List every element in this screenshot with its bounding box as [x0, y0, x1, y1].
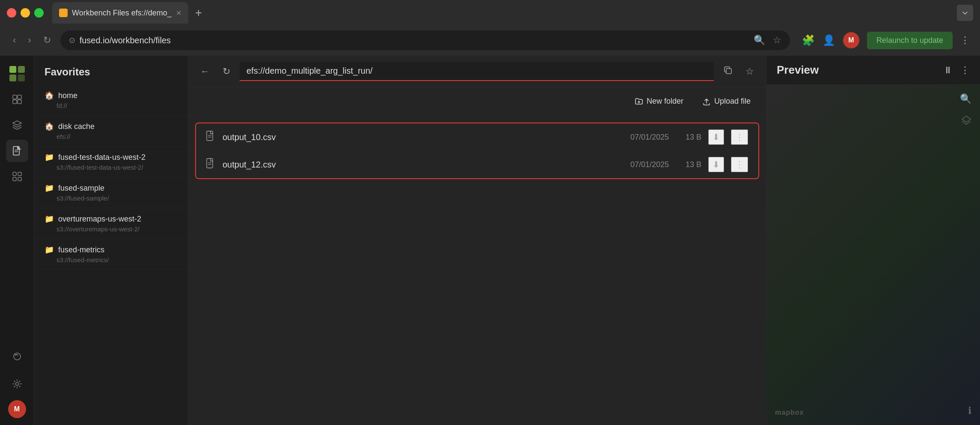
close-button[interactable]: [7, 8, 16, 18]
file-more-output12[interactable]: ⋮: [731, 157, 748, 172]
file-back-button[interactable]: ←: [197, 64, 213, 79]
browser-expand-button[interactable]: [957, 5, 973, 21]
icon-sidebar: M: [0, 56, 34, 425]
svg-rect-15: [18, 177, 21, 181]
svg-rect-13: [18, 172, 21, 176]
fav-name-sample: fused-sample: [58, 184, 104, 193]
svg-rect-8: [18, 100, 21, 104]
fav-path-sample: s3://fused-sample/: [45, 195, 178, 202]
sidebar-item-files[interactable]: [6, 140, 28, 162]
preview-body: 🔍 mapbox ℹ: [766, 85, 980, 425]
svg-rect-2: [18, 66, 25, 73]
upload-file-button[interactable]: Upload file: [697, 93, 756, 109]
maximize-button[interactable]: [34, 8, 44, 18]
address-text: fused.io/workbench/files: [80, 36, 749, 45]
upload-file-label: Upload file: [714, 97, 751, 106]
svg-rect-14: [13, 177, 16, 181]
preview-pause-button[interactable]: ⏸: [943, 65, 953, 76]
sidebar-item-stack[interactable]: [6, 114, 28, 136]
fav-name-metrics: fused-metrics: [58, 245, 104, 254]
fav-name-diskcache: disk cache: [58, 122, 95, 131]
file-list: output_10.csv 07/01/2025 13 B ⬇ ⋮: [188, 116, 766, 425]
preview-layers-icon[interactable]: [961, 115, 971, 128]
fav-item-sample[interactable]: 📁 fused-sample s3://fused-sample/: [34, 177, 188, 208]
file-row-output12[interactable]: output_12.csv 07/01/2025 13 B ⬇ ⋮: [196, 151, 758, 178]
svg-rect-5: [13, 95, 17, 99]
extensions-icon[interactable]: 🧩: [802, 34, 815, 46]
file-actions: New folder Upload file: [188, 87, 766, 116]
svg-rect-6: [18, 95, 21, 99]
file-download-output12[interactable]: ⬇: [708, 157, 724, 172]
svg-rect-1: [9, 66, 16, 73]
new-folder-label: New folder: [647, 97, 683, 106]
sidebar-item-grid[interactable]: [6, 165, 28, 188]
fav-path-home: fd://: [45, 102, 178, 109]
fav-name-home: home: [58, 91, 77, 100]
tab-close-button[interactable]: ✕: [176, 9, 181, 17]
browser-menu-button[interactable]: ⋮: [960, 35, 970, 46]
forward-button[interactable]: ›: [25, 32, 33, 48]
user-avatar[interactable]: M: [8, 400, 26, 418]
address-bar[interactable]: ⊙ fused.io/workbench/files 🔍 ☆: [60, 30, 790, 50]
profile-avatar[interactable]: M: [843, 32, 859, 48]
new-folder-button[interactable]: New folder: [630, 93, 689, 109]
file-date-output10: 07/01/2025: [609, 133, 669, 142]
preview-controls: ⏸ ⋮: [943, 65, 970, 76]
main-file-area: ← ↻ ☆ New folder: [188, 56, 766, 425]
security-icon: ⊙: [69, 36, 75, 45]
sidebar-item-layers[interactable]: [6, 88, 28, 111]
preview-more-button[interactable]: ⋮: [960, 65, 970, 76]
svg-rect-18: [726, 69, 731, 74]
fav-name-test-data: fused-test-data-us-west-2: [58, 153, 146, 162]
home-icon: 🏠: [45, 91, 54, 100]
browser-right-controls: 🧩 👤 M Relaunch to update ⋮: [802, 32, 970, 49]
back-button[interactable]: ‹: [10, 32, 18, 48]
svg-rect-3: [9, 75, 16, 81]
file-toolbar: ← ↻ ☆: [188, 56, 766, 87]
svg-rect-24: [207, 159, 213, 168]
file-name-output12: output_12.csv: [223, 160, 602, 170]
fav-item-home[interactable]: 🏠 home fd://: [34, 85, 188, 116]
path-bookmark-button[interactable]: ☆: [742, 64, 757, 79]
preview-map: [766, 85, 980, 425]
path-copy-button[interactable]: [720, 64, 736, 79]
app-container: M Favorites 🏠 home fd:// 🏠 disk cache ef…: [0, 56, 980, 425]
address-right-icons: 🔍 ☆: [754, 35, 781, 46]
relaunch-button[interactable]: Relaunch to update: [867, 32, 953, 49]
diskcache-icon: 🏠: [45, 122, 54, 131]
csv-icon-2: [206, 158, 216, 171]
csv-icon-1: [206, 131, 216, 144]
bookmark-icon[interactable]: ☆: [773, 35, 781, 46]
sidebar-item-refresh[interactable]: [6, 345, 28, 368]
preview-panel: Preview ⏸ ⋮ 🔍 mapbox ℹ: [766, 56, 980, 425]
file-more-output10[interactable]: ⋮: [731, 129, 748, 145]
minimize-button[interactable]: [21, 8, 30, 18]
search-icon[interactable]: 🔍: [754, 35, 765, 46]
path-input[interactable]: [240, 62, 714, 81]
new-tab-button[interactable]: +: [195, 6, 202, 20]
app-logo[interactable]: [6, 63, 28, 85]
fav-item-overture[interactable]: 📁 overturemaps-us-west-2 s3://overturema…: [34, 208, 188, 239]
file-refresh-button[interactable]: ↻: [219, 64, 234, 79]
file-download-output10[interactable]: ⬇: [708, 129, 724, 145]
tab-bar: Workbench Files efs://demo_ ✕ +: [0, 0, 980, 26]
traffic-lights: [7, 8, 44, 18]
folder-icon-3: 📁: [45, 214, 54, 224]
fav-item-test-data[interactable]: 📁 fused-test-data-us-west-2 s3://fused-t…: [34, 147, 188, 177]
browser-tab[interactable]: Workbench Files efs://demo_ ✕: [52, 2, 188, 24]
reload-button[interactable]: ↻: [41, 32, 53, 48]
fav-path-test-data: s3://fused-test-data-us-west-2/: [45, 164, 178, 171]
preview-header: Preview ⏸ ⋮: [766, 56, 980, 85]
fav-item-metrics[interactable]: 📁 fused-metrics s3://fused-metrics/: [34, 239, 188, 270]
sidebar-item-settings[interactable]: [6, 373, 28, 395]
profile-icon[interactable]: 👤: [823, 34, 835, 46]
preview-search-icon[interactable]: 🔍: [960, 93, 971, 105]
svg-rect-4: [18, 75, 25, 81]
file-row-output10[interactable]: output_10.csv 07/01/2025 13 B ⬇ ⋮: [196, 123, 758, 151]
sidebar-bottom: M: [6, 345, 28, 418]
info-icon[interactable]: ℹ: [968, 405, 971, 416]
fav-name-overture: overturemaps-us-west-2: [58, 215, 141, 224]
svg-rect-21: [207, 131, 213, 141]
fav-path-metrics: s3://fused-metrics/: [45, 256, 178, 263]
fav-item-diskcache[interactable]: 🏠 disk cache efs://: [34, 116, 188, 147]
